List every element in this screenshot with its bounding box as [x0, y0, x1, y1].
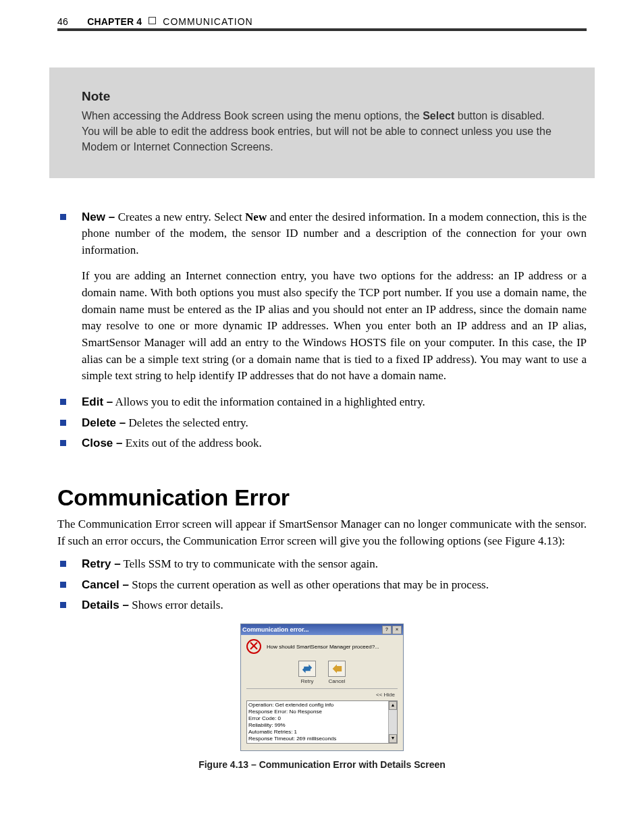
definition-list-2: Retry – Tells SSM to try to communicate …: [57, 556, 587, 614]
detail-line: Response Timeout: 269 milliseconds: [248, 736, 387, 742]
section-heading: Communication Error: [57, 485, 587, 511]
list-item: Cancel – Stops the current operation as …: [57, 577, 587, 594]
detail-line: Automatic Retries: 1: [248, 729, 387, 736]
error-icon: [246, 639, 261, 654]
figure-caption: Figure 4.13 – Communication Error with D…: [57, 759, 587, 770]
error-details-textarea[interactable]: Operation: Get extended config info Resp…: [246, 700, 398, 744]
communication-error-dialog: Communication error... ? × How should Sm…: [240, 624, 404, 751]
cancel-icon: [328, 661, 346, 677]
detail-line: Operation: Get extended config info: [248, 702, 387, 709]
chapter-title: COMMUNICATION: [163, 16, 252, 27]
term-retry: Retry –: [82, 557, 121, 570]
list-item: New – Creates a new entry. Select New an…: [57, 209, 587, 385]
detail-line: Response Error: No Response: [248, 709, 387, 715]
term-delete: Delete –: [82, 416, 126, 429]
retry-icon: [298, 661, 316, 677]
definition-list-1: New – Creates a new entry. Select New an…: [57, 209, 587, 452]
detail-line: Error Code: 0: [248, 715, 387, 722]
list-item: Close – Exits out of the address book.: [57, 435, 587, 452]
chapter-label: CHAPTER 4: [87, 16, 142, 27]
dialog-title: Communication error...: [242, 626, 309, 633]
list-item: Retry – Tells SSM to try to communicate …: [57, 556, 587, 573]
help-button[interactable]: ?: [382, 626, 392, 634]
hide-button[interactable]: << Hide: [376, 692, 395, 698]
term-new: New –: [82, 211, 115, 223]
scrollbar[interactable]: ▲ ▼: [388, 701, 397, 743]
term-close: Close –: [82, 437, 122, 449]
term-edit: Edit –: [82, 395, 113, 408]
scroll-up-icon[interactable]: ▲: [389, 701, 397, 710]
list-item: Edit – Allows you to edit the informatio…: [57, 394, 587, 411]
list-item: Delete – Deletes the selected entry.: [57, 415, 587, 432]
sub-paragraph: If you are adding an Internet connection…: [82, 268, 587, 384]
header-divider-icon: [149, 17, 156, 24]
note-callout: Note When accessing the Address Book scr…: [49, 67, 595, 178]
page-header: 46 CHAPTER 4 COMMUNICATION: [57, 16, 587, 31]
retry-button[interactable]: Retry: [298, 661, 316, 684]
term-cancel: Cancel –: [82, 578, 129, 591]
scroll-down-icon[interactable]: ▼: [389, 734, 397, 743]
note-title: Note: [82, 89, 562, 104]
section-intro: The Communication Error screen will appe…: [57, 516, 587, 549]
term-details: Details –: [82, 599, 129, 611]
note-body: When accessing the Address Book screen u…: [82, 108, 562, 155]
cancel-button[interactable]: Cancel: [328, 661, 346, 684]
dialog-prompt: How should SmartSensor Manager proceed?.…: [267, 644, 379, 650]
close-button[interactable]: ×: [392, 626, 402, 634]
figure: Communication error... ? × How should Sm…: [57, 624, 587, 770]
dialog-titlebar: Communication error... ? ×: [241, 624, 403, 635]
page-number: 46: [57, 16, 68, 27]
detail-line: Reliability: 99%: [248, 722, 387, 729]
list-item: Details – Shows error details.: [57, 597, 587, 614]
